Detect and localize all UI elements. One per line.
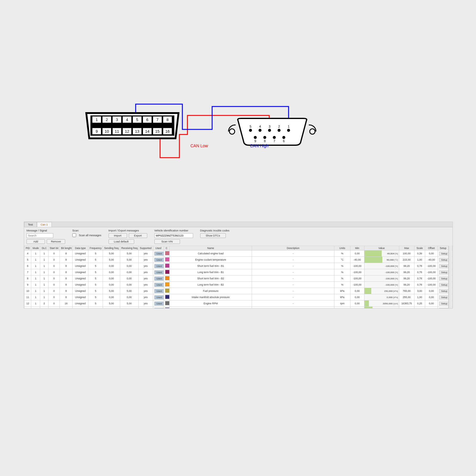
color-swatch[interactable] [165, 251, 170, 255]
svg-text:10: 10 [105, 129, 109, 134]
used-toggle[interactable]: Used [154, 252, 164, 256]
table-row: 61108Unsigned50,000,00yesUsedShort term … [24, 263, 452, 269]
used-toggle[interactable]: Used [154, 302, 164, 306]
pid-table: PIDModeDLCStart bitBit lenghtData typeFr… [24, 246, 452, 308]
svg-text:4: 4 [126, 118, 128, 122]
message-signal-label: Message / Signal [26, 229, 65, 232]
setup-button[interactable]: Setup [439, 252, 449, 256]
col-header[interactable]: Setup [438, 246, 448, 250]
import-export-label: Import / Export messages [109, 229, 147, 232]
used-toggle[interactable]: Used [154, 308, 164, 309]
col-header[interactable]: Units [334, 246, 350, 250]
svg-point-34 [310, 129, 315, 134]
value-cell: 49,804[%] [364, 250, 399, 257]
color-swatch[interactable] [165, 257, 170, 262]
col-header[interactable]: Data type [72, 246, 88, 250]
svg-text:2: 2 [106, 118, 108, 122]
svg-text:14: 14 [145, 129, 149, 134]
col-header[interactable]: Offset [425, 246, 438, 250]
svg-point-49 [273, 136, 276, 139]
color-swatch[interactable] [165, 264, 170, 268]
used-toggle[interactable]: Used [154, 270, 164, 274]
value-cell: 150,000[kPa] [364, 288, 399, 294]
vertical-scrollbar[interactable] [449, 246, 452, 308]
color-swatch[interactable] [165, 307, 170, 308]
col-header[interactable]: Name [170, 246, 252, 250]
value-cell: -100,000[%] [364, 282, 399, 288]
scan-all-label: Scan all messages [79, 234, 101, 237]
col-header[interactable]: Mode [31, 246, 40, 250]
color-swatch[interactable] [165, 282, 170, 286]
col-header[interactable]: Max [399, 246, 414, 250]
color-swatch[interactable] [165, 295, 170, 299]
tab-test[interactable]: Test [24, 222, 37, 227]
scan-label: Scan: [72, 229, 101, 232]
vin-label: Vehicle identification number [154, 229, 193, 232]
color-swatch[interactable] [165, 289, 170, 293]
used-toggle[interactable]: Used [154, 283, 164, 287]
show-dtcs-button[interactable]: Show DTCs [200, 233, 226, 238]
color-swatch[interactable] [165, 270, 170, 274]
svg-text:2: 2 [278, 125, 280, 128]
vin-input[interactable] [154, 233, 193, 238]
svg-text:9: 9 [95, 129, 98, 134]
load-default-button[interactable]: Load default [109, 239, 134, 244]
col-header[interactable]: DLC [40, 246, 48, 250]
table-row: 51108Unsigned55,005,00yesUsedEngine cool… [24, 257, 452, 263]
col-header[interactable]: Receiving freq. [120, 246, 138, 250]
svg-point-47 [263, 136, 266, 139]
value-cell: 90,000[°C] [364, 257, 399, 263]
used-toggle[interactable]: Used [154, 277, 164, 281]
svg-text:6: 6 [283, 139, 285, 143]
col-header[interactable]: Start bit [48, 246, 60, 250]
setup-button[interactable]: Setup [439, 295, 449, 299]
col-header[interactable]: Value [364, 246, 399, 250]
setup-button[interactable]: Setup [439, 277, 449, 281]
table-row: 131108Unsigned55,005,00yesUsedVehicle sp… [24, 307, 452, 309]
col-header[interactable]: C [164, 246, 169, 250]
scan-vin-button[interactable]: Scan VIN [154, 239, 180, 244]
svg-point-51 [282, 136, 285, 139]
color-swatch[interactable] [165, 276, 170, 280]
can-high-label: CAN High [250, 143, 268, 148]
setup-button[interactable]: Setup [439, 258, 449, 262]
color-swatch[interactable] [165, 301, 170, 305]
search-input[interactable] [26, 233, 53, 238]
svg-text:6: 6 [146, 118, 148, 122]
col-header[interactable]: Description [252, 246, 334, 250]
used-toggle[interactable]: Used [154, 289, 164, 293]
svg-point-37 [259, 129, 262, 132]
setup-button[interactable]: Setup [439, 289, 449, 293]
wiring-diagram: 12345678 910111213141516 54321 9876 CAN … [80, 95, 330, 178]
svg-text:9: 9 [254, 139, 256, 143]
used-toggle[interactable]: Used [154, 295, 164, 299]
col-header[interactable]: Bit lenght [60, 246, 73, 250]
setup-button[interactable]: Setup [439, 283, 449, 287]
col-header[interactable]: Frequency [88, 246, 103, 250]
add-button[interactable]: Add [26, 239, 45, 244]
svg-point-45 [254, 136, 257, 139]
col-header[interactable]: Supported [138, 246, 153, 250]
scan-all-checkbox[interactable] [72, 233, 76, 237]
setup-button[interactable]: Setup [439, 264, 449, 268]
used-toggle[interactable]: Used [154, 264, 164, 268]
svg-point-33 [229, 129, 235, 134]
svg-point-43 [287, 129, 290, 132]
svg-point-35 [249, 129, 252, 132]
setup-button[interactable]: Setup [439, 308, 449, 309]
col-header[interactable]: Used [153, 246, 164, 250]
setup-button[interactable]: Setup [439, 302, 449, 306]
remove-button[interactable]: Remove [47, 239, 65, 244]
col-header[interactable]: Sending freq. [103, 246, 120, 250]
value-cell: 0,000[kPa] [364, 294, 399, 300]
setup-button[interactable]: Setup [439, 270, 449, 274]
import-button[interactable]: Import [109, 233, 127, 238]
export-button[interactable]: Export [129, 233, 147, 238]
col-header[interactable]: Min [350, 246, 364, 250]
table-row: 41108Unsigned55,005,00yesUsedCalculated … [24, 250, 452, 257]
tab-can1[interactable]: Can 1 [37, 222, 52, 227]
used-toggle[interactable]: Used [154, 258, 164, 262]
col-header[interactable]: PID [24, 246, 31, 250]
app-panel: Test Can 1 Message / Signal Add Remove S… [24, 222, 453, 309]
col-header[interactable]: Scale [414, 246, 425, 250]
